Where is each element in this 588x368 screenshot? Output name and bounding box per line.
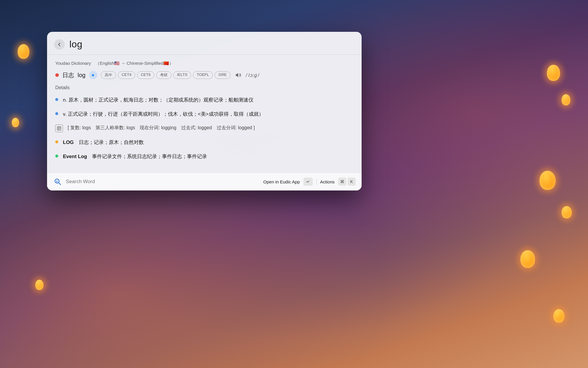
- lantern-decoration: [35, 280, 44, 290]
- grammar-text: [ 复数: logs 第三人称单数: logs 现在分词: logging 过去…: [68, 124, 255, 131]
- lantern-decoration: [547, 65, 560, 81]
- search-icon-wrap: e: [53, 177, 62, 186]
- return-key-icon: ↵: [303, 178, 313, 186]
- dialog-header: log: [47, 32, 362, 54]
- star-icon[interactable]: ★: [89, 71, 97, 79]
- lantern-decoration: [553, 309, 564, 323]
- phonetic-text: / lɔːɡ /: [246, 72, 259, 78]
- definition-verb: v. 正式记录；行驶，行进（若干距离或时间）；伐木，砍伐；<美>成功获得，取得（…: [55, 110, 353, 118]
- grammar-forms: [ 复数: logs 第三人称单数: logs 现在分词: logging 过去…: [55, 124, 353, 132]
- details-label: Details: [55, 85, 353, 90]
- dictionary-dialog: log Youdao Dictionary （English🇺🇸 → Chine…: [47, 32, 362, 190]
- def-text-event-log: Event Log 事件记录文件；系统日志纪录；事件日志；事件记录: [63, 153, 207, 160]
- word-header: 日志 log ★ 高中 CET4 CET6 考研 IELTS TOEFL GRE…: [55, 71, 353, 79]
- level-tag-highschool: 高中: [101, 71, 116, 79]
- dict-source: Youdao Dictionary （English🇺🇸 → Chinese-S…: [55, 61, 353, 66]
- open-in-app-button[interactable]: Open in Eudic App: [263, 179, 300, 184]
- dict-content: Youdao Dictionary （English🇺🇸 → Chinese-S…: [47, 55, 362, 173]
- definition-event-log: Event Log 事件记录文件；系统日志纪录；事件日志；事件记录: [55, 153, 353, 160]
- level-tag-toefl: TOEFL: [193, 71, 213, 79]
- svg-text:e: e: [56, 180, 58, 183]
- search-input[interactable]: [66, 179, 260, 185]
- definition-noun: n. 原木，圆材；正式记录，航海日志；对数；（定期或系统的）观察记录；船舶测速仪: [55, 96, 353, 104]
- def-text-noun: n. 原木，圆材；正式记录，航海日志；对数；（定期或系统的）观察记录；船舶测速仪: [63, 96, 253, 104]
- cmd-key: ⌘: [338, 178, 346, 186]
- def-text-verb: v. 正式记录；行驶，行进（若干距离或时间）；伐木，砍伐；<美>成功获得，取得（…: [63, 110, 264, 118]
- yellow-dot-icon: [55, 140, 58, 143]
- lantern-decoration: [539, 171, 556, 190]
- level-tag-kaoyan: 考研: [156, 71, 171, 79]
- dialog-footer: e Open in Eudic App ↵ Actions ⌘ K: [47, 173, 362, 190]
- blue-dot-icon: [55, 98, 58, 101]
- lantern-decoration: [12, 118, 19, 127]
- teal-dot-icon: [55, 155, 58, 158]
- level-tag-cet4: CET4: [118, 71, 135, 79]
- level-tag-cet6: CET6: [137, 71, 154, 79]
- red-dot-icon: [55, 73, 59, 77]
- definition-log-abbr: LOG 日志；记录；原木；自然对数: [55, 139, 353, 146]
- def-text-log-abbr: LOG 日志；记录；原木；自然对数: [63, 139, 144, 146]
- back-button[interactable]: [54, 39, 65, 50]
- search-word-title: log: [69, 39, 82, 50]
- level-tags: 高中 CET4 CET6 考研 IELTS TOEFL GRE: [101, 71, 230, 79]
- lantern-decoration: [520, 250, 535, 268]
- level-tag-ielts: IELTS: [173, 71, 191, 79]
- svg-line-6: [59, 183, 61, 185]
- lantern-decoration: [562, 94, 570, 105]
- word-english: log: [78, 72, 86, 79]
- level-tag-gre: GRE: [215, 71, 230, 79]
- lantern-decoration: [562, 206, 572, 218]
- k-key: K: [348, 178, 356, 186]
- lantern-decoration: [18, 44, 29, 59]
- keyboard-shortcut: ⌘ K: [338, 178, 356, 186]
- actions-button[interactable]: Actions: [320, 179, 335, 184]
- grammar-icon: [55, 125, 63, 132]
- word-chinese: 日志: [62, 71, 74, 79]
- audio-button[interactable]: [234, 71, 242, 79]
- blue-dot-icon: [55, 112, 58, 115]
- footer-separator: [316, 179, 317, 185]
